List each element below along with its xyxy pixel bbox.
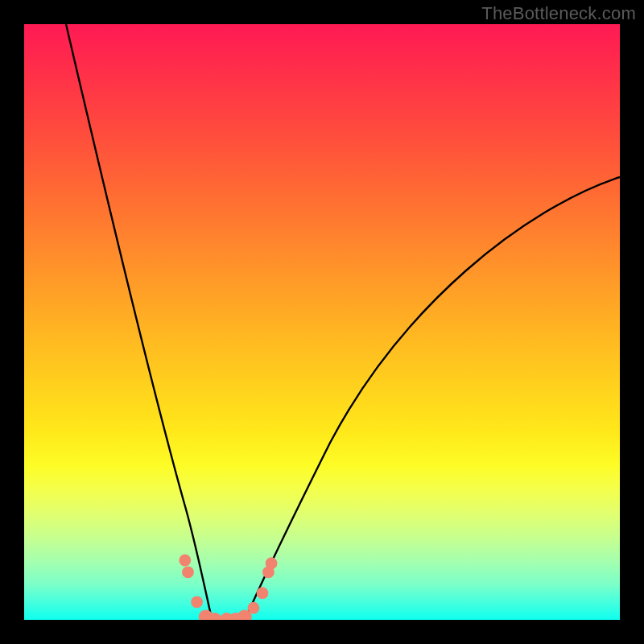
curve-beads xyxy=(179,555,277,620)
curve-bead xyxy=(248,602,260,614)
curve-bead xyxy=(257,587,269,599)
curve-bead xyxy=(182,566,194,578)
curve-bead xyxy=(266,557,278,569)
chart-plot-area xyxy=(24,24,620,620)
curve-bead xyxy=(191,596,203,608)
watermark-text: TheBottleneck.com xyxy=(481,3,636,24)
chart-frame: TheBottleneck.com xyxy=(0,0,644,644)
curve-bead xyxy=(179,555,191,567)
curve-path xyxy=(66,24,620,618)
bottleneck-curve xyxy=(24,24,620,620)
